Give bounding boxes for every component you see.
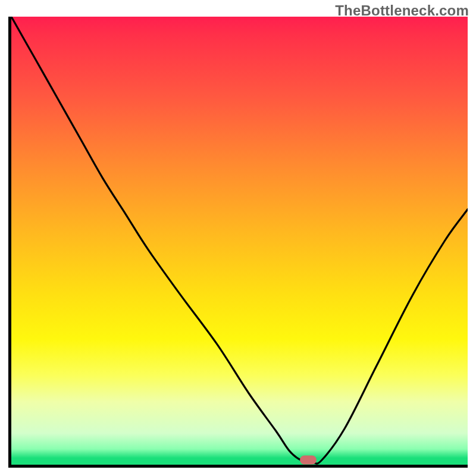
watermark-text: TheBottleneck.com	[335, 2, 469, 19]
optimal-point-marker	[300, 456, 317, 465]
bottleneck-curve	[11, 17, 468, 465]
chart-container: TheBottleneck.com	[0, 0, 476, 476]
plot-area	[8, 17, 468, 468]
